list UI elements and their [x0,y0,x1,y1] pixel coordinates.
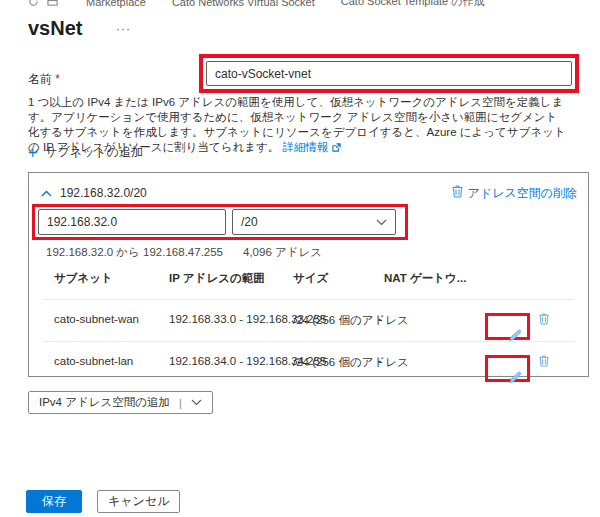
trash-icon [452,184,463,202]
chevron-up-icon[interactable] [41,184,52,202]
edit-pencil-icon[interactable] [508,371,521,384]
learn-more-link[interactable]: 詳細情報 [283,141,329,153]
add-subnet-button[interactable]: + サブネットの追加 [28,144,143,161]
col-ip-range: IP アドレスの範囲 [169,271,265,286]
add-subnet-label: サブネットの追加 [45,144,143,161]
vnet-name-input[interactable] [206,61,572,86]
address-space-cidr: 192.168.32.0/20 [60,186,147,200]
chevron-down-icon [376,219,387,226]
prefix-length-value: /20 [241,215,258,229]
page-title: vsNet [28,17,82,40]
highlight-box-name [199,54,579,93]
col-size: サイズ [293,271,328,286]
breadcrumb: Marketplace Cato Networks Virtual Socket… [28,0,588,9]
delete-address-space-button[interactable]: アドレス空間の削除 [452,184,577,202]
plus-icon: + [28,146,37,160]
subnet-name-link[interactable]: cato-subnet-lan [54,355,133,367]
footer-actions: 保存 キャンセル [26,490,180,513]
address-range-text: 192.168.32.0 から 192.168.47.255 [46,245,223,260]
subnet-nat: - [378,355,382,367]
breadcrumb-item-template: Cato Socket Template の作成 [341,0,485,9]
highlight-box-edit-wan [485,313,530,340]
col-subnet: サブネット [54,271,113,286]
subnet-name-link[interactable]: cato-subnet-wan [54,313,139,325]
external-link-icon [332,141,341,156]
add-ipv4-label: IPv4 アドレス空間の追加 [39,395,170,410]
prefix-length-select[interactable]: /20 [232,209,396,235]
delete-subnet-icon[interactable] [539,355,549,367]
add-ipv4-address-space-button[interactable]: IPv4 アドレス空間の追加 | [28,391,213,414]
subnet-table-header: サブネット IP アドレスの範囲 サイズ NAT ゲートウ... [29,271,588,299]
address-count-text: 4,096 アドレス [243,245,322,260]
breadcrumb-item-cato-networks[interactable]: Cato Networks Virtual Socket [172,0,315,8]
chevron-down-icon [191,399,202,406]
col-nat-gateway: NAT ゲートウ... [384,271,466,286]
highlight-box-edit-lan [485,355,530,382]
marketplace-icon [47,0,58,7]
required-asterisk: * [55,72,60,86]
subnet-size: /24 (256 個のアドレス [293,355,409,370]
more-menu-button[interactable]: ··· [116,22,131,36]
breadcrumb-item-marketplace[interactable]: Marketplace [86,0,146,8]
delete-subnet-icon[interactable] [539,313,549,325]
save-button[interactable]: 保存 [26,490,82,513]
highlight-box-address-space: /20 [32,204,408,240]
address-space-card: 192.168.32.0/20 アドレス空間の削除 /20 192.168.32… [28,172,589,377]
table-row-wan: cato-subnet-wan 192.168.33.0 - 192.168.3… [29,300,588,340]
address-space-header[interactable]: 192.168.32.0/20 [41,184,147,202]
subnet-nat: - [378,313,382,325]
page: Marketplace Cato Networks Virtual Socket… [0,0,600,517]
cancel-button[interactable]: キャンセル [97,490,180,513]
subnet-size: /24 (256 個のアドレス [293,313,409,328]
name-label: 名前 * [28,71,60,88]
button-divider: | [179,397,182,409]
delete-address-space-label: アドレス空間の削除 [468,185,577,202]
table-row-lan: cato-subnet-lan 192.168.34.0 - 192.168.3… [29,342,588,382]
refresh-icon[interactable] [28,0,39,7]
address-range-input[interactable] [38,209,226,235]
